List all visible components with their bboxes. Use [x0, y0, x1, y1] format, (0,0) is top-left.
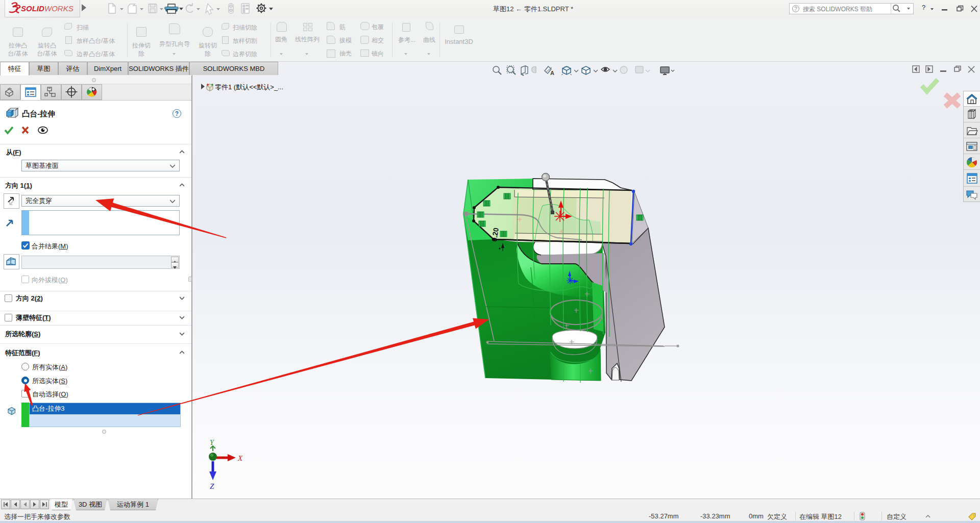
svg-text:A: A — [550, 70, 554, 76]
svg-text:SOLID: SOLID — [21, 4, 44, 13]
svg-text:WORKS: WORKS — [44, 4, 74, 13]
